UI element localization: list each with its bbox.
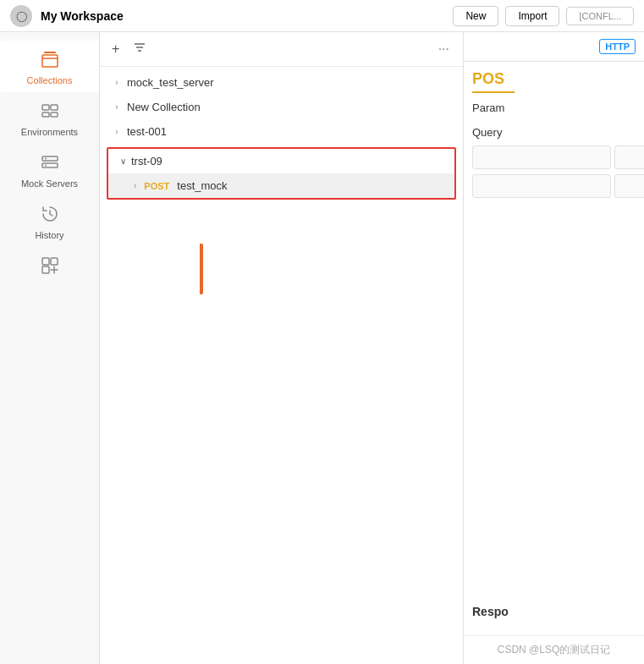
accent-bar — [200, 244, 203, 294]
svg-rect-1 — [42, 55, 58, 67]
collection-name: test-001 — [127, 125, 167, 138]
svg-rect-7 — [42, 156, 58, 161]
add-collection-button[interactable]: + — [108, 40, 123, 58]
collection-name: trst-09 — [131, 155, 162, 167]
svg-rect-8 — [42, 163, 58, 167]
right-top-bar: HTTP — [464, 32, 644, 62]
more-options-button[interactable]: ··· — [433, 40, 454, 58]
mock-servers-icon — [40, 152, 60, 175]
query-label: Query — [472, 126, 636, 139]
chevron-right-icon: › — [112, 102, 122, 112]
panel-toolbar: + ··· — [100, 32, 463, 67]
list-item[interactable]: › test-001 — [100, 119, 463, 144]
svg-rect-0 — [44, 52, 56, 53]
query-row — [472, 174, 636, 198]
svg-rect-4 — [51, 105, 58, 110]
sidebar-item-environments[interactable]: Environments — [0, 92, 99, 144]
svg-point-10 — [45, 165, 47, 167]
request-name: test_mock — [177, 179, 227, 192]
svg-rect-11 — [42, 258, 49, 265]
sidebar-item-extensions[interactable] — [0, 247, 99, 288]
trst-09-header[interactable]: ∨ trst-09 — [108, 149, 454, 173]
chevron-right-icon: › — [112, 78, 122, 87]
svg-rect-13 — [42, 266, 49, 273]
avatar: ◯ — [10, 5, 32, 27]
plus-icon: + — [112, 41, 119, 56]
filter-icon — [133, 42, 146, 57]
query-value-input[interactable] — [614, 174, 644, 198]
watermark: CSDN @LSQ的测试日记 — [464, 635, 644, 664]
extensions-icon — [40, 255, 60, 278]
collection-name: mock_test_server — [127, 76, 214, 89]
import-button[interactable]: Import — [505, 6, 559, 26]
history-icon — [40, 204, 60, 227]
params-label: Param — [472, 102, 636, 114]
sidebar-item-collections[interactable]: Collections — [0, 41, 99, 92]
workspace-title: My Workspace — [41, 9, 444, 23]
ellipsis-icon: ··· — [438, 41, 449, 56]
trst-09-child-item[interactable]: › POST test_mock — [108, 173, 454, 198]
list-item[interactable]: › mock_test_server — [100, 70, 463, 95]
right-panel: HTTP POS Param Query Respo — [464, 32, 644, 664]
sidebar-item-mock-servers[interactable]: Mock Servers — [0, 144, 99, 195]
method-badge: POST — [141, 181, 172, 191]
collections-icon — [40, 49, 60, 72]
main-layout: Collections Environments — [0, 32, 644, 664]
post-badge: POS — [472, 70, 515, 93]
conflict-button[interactable]: [CONFL... — [566, 7, 634, 25]
header-actions: New Import [CONFL... — [453, 6, 634, 26]
new-button[interactable]: New — [453, 6, 498, 26]
header: ◯ My Workspace New Import [CONFL... — [0, 0, 644, 32]
query-key-input[interactable] — [472, 174, 611, 198]
right-content: POS Param Query Respo — [464, 62, 644, 635]
highlighted-collection-section: ∨ trst-09 › POST test_mock — [107, 147, 456, 200]
http-badge: HTTP — [599, 39, 636, 54]
collections-panel: + ··· › mock_test_server — [100, 32, 464, 664]
sidebar: Collections Environments — [0, 32, 100, 664]
collection-list: › mock_test_server › New Collection › te… — [100, 67, 463, 664]
svg-rect-3 — [42, 105, 49, 110]
collections-label: Collections — [27, 75, 73, 85]
query-section: Query — [472, 126, 636, 198]
chevron-down-icon: ∨ — [120, 156, 126, 166]
environments-icon — [40, 101, 60, 123]
query-row — [472, 145, 636, 169]
response-label: Respo — [472, 605, 636, 627]
filter-button[interactable] — [129, 39, 150, 59]
environments-label: Environments — [21, 127, 78, 137]
sidebar-item-history[interactable]: History — [0, 195, 99, 247]
history-label: History — [35, 230, 63, 240]
list-item[interactable]: › New Collection — [100, 95, 463, 119]
mock-servers-label: Mock Servers — [21, 178, 78, 189]
query-key-input[interactable] — [472, 145, 611, 169]
chevron-right-icon: › — [112, 127, 122, 136]
svg-rect-5 — [42, 112, 49, 117]
svg-point-9 — [45, 158, 47, 160]
svg-rect-12 — [51, 258, 58, 265]
query-rows — [472, 145, 636, 198]
collection-name: New Collection — [127, 101, 201, 113]
svg-rect-6 — [51, 112, 58, 117]
query-value-input[interactable] — [614, 145, 644, 169]
chevron-right-icon: › — [134, 181, 136, 190]
